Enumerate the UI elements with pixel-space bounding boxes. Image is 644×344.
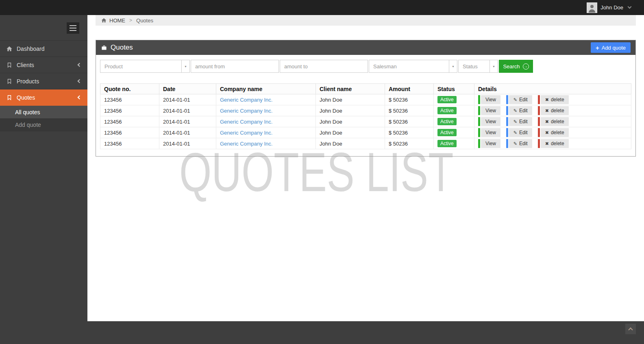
cell-date: 2014-01-01	[159, 116, 216, 127]
column-header: Quote no.	[100, 84, 159, 94]
delete-button[interactable]: ✖delete	[538, 106, 569, 115]
bookmark-icon	[6, 94, 13, 101]
column-header: Company name	[216, 84, 316, 94]
cell-amount: $ 50236	[385, 116, 434, 127]
cell-quote-no: 123456	[100, 138, 159, 149]
company-link[interactable]: Generic Company Inc.	[220, 108, 272, 114]
amount-to-input[interactable]	[280, 60, 368, 73]
delete-button[interactable]: ✖delete	[538, 95, 569, 104]
view-button[interactable]: View	[478, 106, 500, 115]
sidebar-item-add-quote[interactable]: Add quote	[0, 118, 87, 131]
cell-company: Generic Company Inc.	[216, 127, 316, 138]
company-link[interactable]: Generic Company Inc.	[220, 141, 272, 147]
act-edit-color-bar	[506, 139, 508, 148]
scroll-to-top-button[interactable]	[625, 324, 636, 334]
product-placeholder: Product	[100, 60, 181, 72]
pencil-icon: ✎	[513, 130, 517, 135]
edit-button-body: ✎Edit	[509, 128, 532, 137]
sidebar-nav: Dashboard Clients Products Quotes All	[0, 40, 87, 131]
edit-button-body: ✎Edit	[509, 139, 532, 148]
edit-button[interactable]: ✎Edit	[506, 95, 532, 104]
edit-button-label: Edit	[519, 130, 528, 135]
edit-button-label: Edit	[519, 97, 528, 102]
search-button[interactable]: Search →	[499, 60, 533, 73]
company-link[interactable]: Generic Company Inc.	[220, 97, 272, 103]
cell-date: 2014-01-01	[159, 138, 216, 149]
user-avatar[interactable]	[587, 2, 597, 13]
company-link[interactable]: Generic Company Inc.	[220, 119, 272, 125]
cell-client: John Doe	[316, 116, 385, 127]
cell-client: John Doe	[316, 94, 385, 105]
cell-actions: View✎Edit✖delete	[474, 94, 631, 105]
view-button[interactable]: View	[478, 95, 500, 104]
add-quote-button[interactable]: + Add quote	[591, 42, 631, 53]
status-badge: Active	[437, 118, 457, 125]
edit-button[interactable]: ✎Edit	[506, 139, 532, 148]
add-quote-label: Add quote	[602, 45, 626, 51]
column-header: Status	[434, 84, 474, 94]
footer: 2014 © Concept24.	[0, 321, 644, 344]
cell-company: Generic Company Inc.	[216, 138, 316, 149]
sidebar-toggle-button[interactable]	[67, 22, 79, 34]
table-row: 1234562014-01-01Generic Company Inc.John…	[100, 116, 631, 127]
user-name: John Doe	[600, 4, 623, 11]
status-placeholder: Status	[459, 60, 490, 72]
sidebar-item-dashboard[interactable]: Dashboard	[0, 41, 87, 57]
view-button[interactable]: View	[478, 128, 500, 137]
delete-button[interactable]: ✖delete	[538, 139, 569, 148]
sidebar-item-quotes[interactable]: Quotes	[0, 89, 87, 106]
delete-button[interactable]: ✖delete	[538, 117, 569, 126]
bookmark-icon	[6, 61, 13, 69]
pencil-icon: ✎	[513, 108, 517, 113]
view-button-label: View	[485, 97, 496, 102]
view-button-body: View	[481, 139, 500, 148]
filter-bar: Product ▼ Salesman ▼ Status ▼ Search →	[100, 60, 631, 73]
edit-button[interactable]: ✎Edit	[506, 106, 532, 115]
edit-button[interactable]: ✎Edit	[506, 117, 532, 126]
edit-button-body: ✎Edit	[509, 95, 532, 104]
panel-header: Quotes + Add quote	[96, 40, 635, 55]
amount-from-input[interactable]	[191, 60, 279, 73]
view-button-label: View	[485, 108, 496, 113]
view-button[interactable]: View	[478, 139, 500, 148]
act-del-color-bar	[538, 95, 540, 104]
act-edit-color-bar	[506, 128, 508, 137]
cell-actions: View✎Edit✖delete	[474, 105, 631, 116]
status-badge: Active	[437, 96, 457, 103]
view-button[interactable]: View	[478, 117, 500, 126]
chevron-left-icon	[78, 63, 82, 67]
sidebar-item-products[interactable]: Products	[0, 73, 87, 89]
edit-button-label: Edit	[519, 141, 528, 146]
product-select[interactable]: Product ▼	[100, 60, 190, 73]
cell-actions: View✎Edit✖delete	[474, 138, 631, 149]
cell-date: 2014-01-01	[159, 94, 216, 105]
edit-button-label: Edit	[519, 119, 528, 124]
sidebar-item-label: Quotes	[17, 94, 35, 101]
breadcrumb-home-label: HOME	[109, 17, 125, 24]
chevron-left-icon	[78, 79, 82, 83]
salesman-select[interactable]: Salesman ▼	[369, 60, 457, 73]
home-icon	[6, 45, 13, 52]
dropdown-arrow-icon: ▼	[181, 60, 189, 72]
user-menu[interactable]: John Doe	[587, 2, 631, 13]
delete-button-label: delete	[551, 130, 564, 135]
act-del-color-bar	[538, 128, 540, 137]
column-header: Client name	[316, 84, 385, 94]
cell-client: John Doe	[316, 127, 385, 138]
sidebar-item-all-quotes[interactable]: All quotes	[0, 106, 87, 118]
cell-status: Active	[434, 94, 474, 105]
delete-button[interactable]: ✖delete	[538, 128, 569, 137]
breadcrumb-home-link[interactable]: HOME	[101, 17, 125, 24]
sidebar-item-clients[interactable]: Clients	[0, 57, 87, 73]
act-del-color-bar	[538, 139, 540, 148]
submenu-item-label: All quotes	[15, 109, 40, 115]
company-link[interactable]: Generic Company Inc.	[220, 130, 272, 136]
breadcrumb: HOME > Quotes	[96, 15, 636, 26]
status-select[interactable]: Status ▼	[458, 60, 498, 73]
dropdown-arrow-icon: ▼	[449, 60, 457, 72]
edit-button-body: ✎Edit	[509, 117, 532, 126]
cell-actions: View✎Edit✖delete	[474, 127, 631, 138]
plus-icon: +	[596, 45, 599, 51]
edit-button[interactable]: ✎Edit	[506, 128, 532, 137]
chevron-down-icon	[628, 5, 632, 9]
